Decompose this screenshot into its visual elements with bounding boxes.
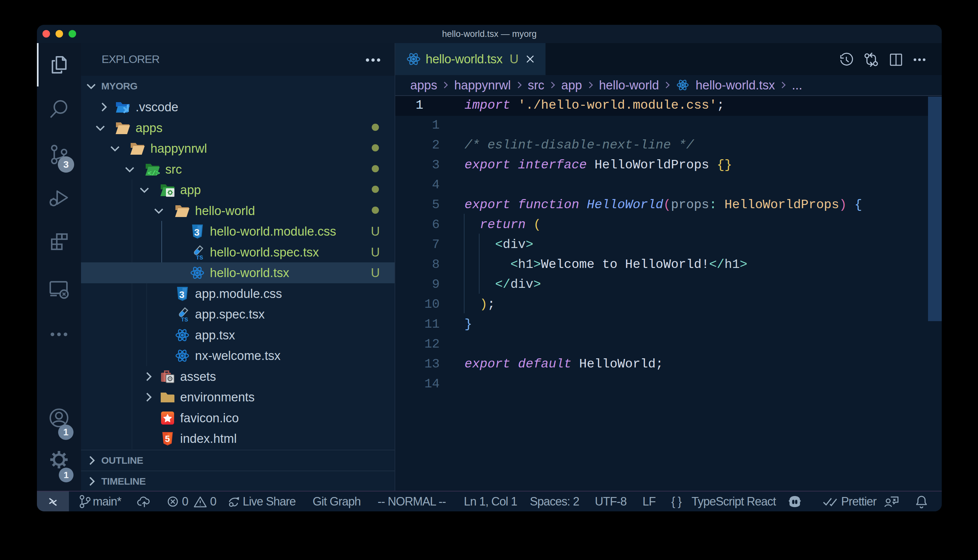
svg-text:TS: TS [196, 255, 203, 260]
svg-text:5: 5 [165, 434, 170, 444]
svg-text:TS: TS [181, 317, 188, 322]
svg-text:</>: </> [148, 170, 160, 177]
svg-text:3: 3 [179, 290, 185, 300]
svg-text:3: 3 [194, 227, 199, 238]
